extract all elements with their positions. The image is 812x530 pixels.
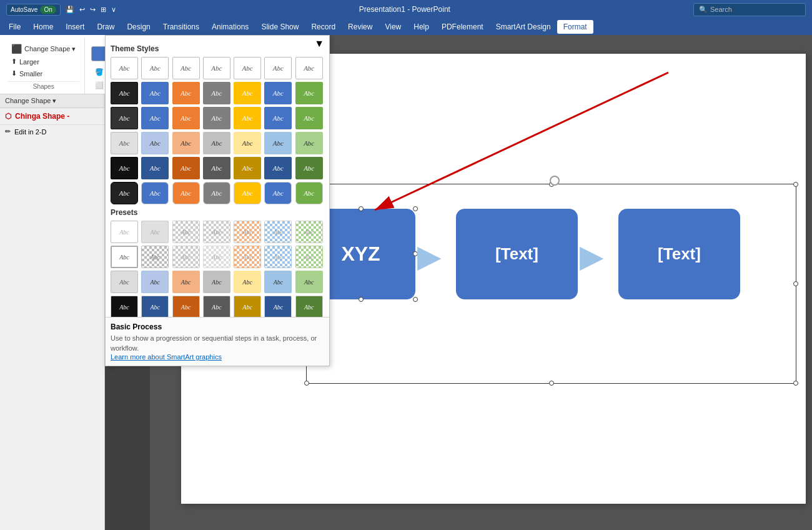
style-roundgreen1[interactable]: Abc [295,182,323,204]
style-cell-w5[interactable]: Abc [234,57,261,79]
preset-d5[interactable]: Abc [234,296,261,318]
handle-mr[interactable] [793,281,798,286]
menu-help[interactable]: Help [407,20,435,34]
style-yellow2[interactable]: Abc [234,107,261,129]
menu-view[interactable]: View [379,20,407,34]
preset-c5[interactable]: Abc [234,271,261,293]
rotate-handle[interactable] [550,176,560,186]
preset-6[interactable]: Abc [264,221,292,243]
preset-c4[interactable]: Abc [203,271,230,293]
style-dark2[interactable]: Abc [111,107,138,129]
style-cell-w2[interactable]: Abc [141,57,169,79]
menu-review[interactable]: Review [342,20,379,34]
preset-check2[interactable]: Abc [172,246,200,268]
style-dyellow1[interactable]: Abc [234,157,261,179]
preset-2[interactable]: Abc [141,221,169,243]
preset-d3[interactable]: Abc [172,296,200,318]
menu-smartart-design[interactable]: SmartArt Design [490,20,557,34]
menu-draw[interactable]: Draw [91,20,121,34]
style-dgreen1[interactable]: Abc [295,157,323,179]
save-icon[interactable]: 💾 [66,6,74,14]
handle-tr[interactable] [793,182,798,187]
preset-sel[interactable]: Abc [111,246,138,268]
preset-7[interactable]: Abc [295,221,323,243]
menu-file[interactable]: File [2,20,27,34]
shape1-handle-bm[interactable] [359,297,364,302]
handle-br[interactable] [793,381,798,386]
style-lblue1[interactable]: Abc [141,132,169,154]
preset-check3[interactable]: Abc [203,246,230,268]
preset-1[interactable]: Abc [111,221,138,243]
style-light1[interactable]: Abc [111,132,138,154]
preset-3[interactable]: Abc [172,221,200,243]
search-box[interactable]: 🔍 Search [693,3,806,16]
style-lblue2[interactable]: Abc [264,132,292,154]
style-blue1[interactable]: Abc [141,82,169,104]
smartart-shape-2[interactable]: [Text] [456,209,578,299]
style-roundgray1[interactable]: Abc [203,182,230,204]
style-cell-w1[interactable]: Abc [111,57,138,79]
style-lgray1[interactable]: Abc [203,132,230,154]
style-orange1[interactable]: Abc [172,82,200,104]
shape1-handle-br[interactable] [413,297,418,302]
preset-c6[interactable]: Abc [264,271,292,293]
preset-d4[interactable]: Abc [203,296,230,318]
style-green2[interactable]: Abc [295,107,323,129]
menu-insert[interactable]: Insert [59,20,91,34]
style-roundblue1[interactable]: Abc [141,182,169,204]
shape1-handle-tr[interactable] [413,206,418,211]
preset-check5[interactable]: Abc [264,246,292,268]
style-dark1[interactable]: Abc [111,82,138,104]
style-round1[interactable]: Abc [111,182,138,204]
smaller-button[interactable]: ⬇ Smaller [7,68,46,79]
style-blue2[interactable]: Abc [264,82,292,104]
style-dgray1[interactable]: Abc [203,157,230,179]
panel-close-button[interactable]: ▼ [314,38,324,49]
style-blue3[interactable]: Abc [141,107,169,129]
menu-slideshow[interactable]: Slide Show [255,20,305,34]
style-orange2[interactable]: Abc [172,107,200,129]
more-icon[interactable]: ⊞ [101,6,106,14]
handle-bm[interactable] [549,381,554,386]
style-yellow1[interactable]: Abc [234,82,261,104]
preset-check1[interactable]: Abc [141,246,169,268]
preset-check6[interactable]: Abc [295,246,323,268]
style-green1[interactable]: Abc [295,82,323,104]
menu-record[interactable]: Record [305,20,342,34]
style-lgreen1[interactable]: Abc [295,132,323,154]
style-dblue2[interactable]: Abc [264,157,292,179]
undo-icon[interactable]: ↩ [79,6,85,14]
preset-c3[interactable]: Abc [172,271,200,293]
style-gray1[interactable]: Abc [203,82,230,104]
smartart-shape-3[interactable]: [Text] [618,209,740,299]
autosave-state[interactable]: On [40,6,56,14]
style-gray2[interactable]: Abc [203,107,230,129]
style-lorange1[interactable]: Abc [172,132,200,154]
menu-home[interactable]: Home [27,20,59,34]
larger-button[interactable]: ⬆ Larger [7,56,43,67]
redo-icon[interactable]: ↪ [90,6,96,14]
panel-scroll-area[interactable]: Theme Styles Abc Abc Abc Abc Abc Abc Abc… [111,41,324,361]
menu-transitions[interactable]: Transitions [157,20,205,34]
style-dblue1[interactable]: Abc [141,157,169,179]
style-cell-w4[interactable]: Abc [203,57,230,79]
preset-5[interactable]: Abc [234,221,261,243]
edit-in-2d-item[interactable]: ✏ Edit in 2-D [0,124,104,138]
menu-design[interactable]: Design [121,20,156,34]
style-roundyellow1[interactable]: Abc [234,182,261,204]
style-dorange1[interactable]: Abc [172,157,200,179]
style-roundblue2[interactable]: Abc [264,182,292,204]
change-shape-item[interactable]: ⬡ Chinga Shape - [0,108,104,124]
customize-icon[interactable]: ∨ [111,6,116,14]
preset-d6[interactable]: Abc [264,296,292,318]
style-black1[interactable]: Abc [111,157,138,179]
menu-animations[interactable]: Animations [205,20,255,34]
handle-bl[interactable] [304,381,309,386]
preset-c1[interactable]: Abc [111,271,138,293]
style-roundorange1[interactable]: Abc [172,182,200,204]
autosave-toggle[interactable]: AutoSave On [6,4,61,16]
style-cell-w3[interactable]: Abc [172,57,200,79]
menu-pdfelement[interactable]: PDFelement [435,20,490,34]
style-cell-w6[interactable]: Abc [264,57,292,79]
preset-c2[interactable]: Abc [141,271,169,293]
